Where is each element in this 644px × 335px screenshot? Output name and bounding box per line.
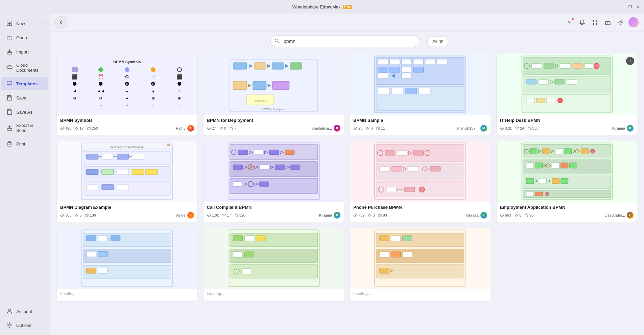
- card-author-employment: Lisa Ander... L: [604, 212, 634, 219]
- new-plus-icon: +: [41, 20, 44, 26]
- template-card-bpmn-deployment[interactable]: BPMN for Deployment Process notes BPMN f…: [203, 54, 344, 135]
- svg-rect-117: [132, 154, 144, 159]
- svg-rect-100: [523, 95, 611, 110]
- likes-stat: 6: [75, 213, 81, 217]
- settings-icon[interactable]: [616, 17, 626, 27]
- card-image-sample: [350, 54, 491, 115]
- restore-button[interactable]: ❐: [628, 4, 633, 9]
- copies-stat: 538: [528, 126, 539, 130]
- user-avatar[interactable]: [628, 17, 639, 27]
- svg-rect-195: [555, 149, 563, 154]
- template-card-employment[interactable]: Employment Application BPMN 663 3: [496, 141, 638, 222]
- card-image-it-help: [497, 54, 637, 115]
- titlebar: Wondershare EdrawMax Pro − ❐ ✕: [0, 0, 644, 14]
- svg-point-219: [545, 192, 549, 196]
- sidebar-label-cloud: Cloud Documents: [16, 63, 44, 73]
- svg-rect-103: [546, 98, 555, 103]
- svg-rect-199: [581, 149, 588, 154]
- svg-rect-102: [536, 98, 545, 103]
- template-card-call-complaint[interactable]: Call Complaint BPMN 1.9k 17: [203, 141, 344, 222]
- views-stat: 27: [207, 126, 216, 130]
- search-input[interactable]: [270, 36, 419, 47]
- sidebar-item-cloud[interactable]: Cloud Documents: [1, 59, 48, 76]
- card-image-diagram: Information BPMN Diagram: [57, 141, 197, 202]
- svg-rect-231: [83, 265, 171, 279]
- template-card-bpmn-diagram[interactable]: Information BPMN Diagram: [56, 141, 198, 222]
- gift-icon[interactable]: [603, 17, 613, 27]
- svg-rect-88: [544, 64, 554, 68]
- template-card-bpmn-sample[interactable]: BPMN Sample 25 0: [350, 54, 491, 135]
- sidebar-item-print[interactable]: Print: [1, 137, 48, 151]
- svg-rect-83: [376, 128, 379, 130]
- copies-stat: 98: [525, 213, 533, 217]
- likes-stat: 17: [222, 213, 231, 217]
- template-card-placeholder-3[interactable]: Loading...: [350, 228, 491, 302]
- svg-rect-106: [528, 128, 530, 130]
- views-stat: 739: [353, 213, 364, 217]
- templates-scroll: BPMN Symbols ⬛ ⏰ ⚙: [50, 50, 644, 335]
- sidebar-label-templates: Templates: [16, 81, 38, 86]
- svg-point-27: [275, 39, 278, 42]
- svg-rect-125: [146, 169, 158, 175]
- svg-rect-232: [87, 268, 96, 273]
- svg-rect-139: [254, 150, 263, 155]
- sidebar-item-save[interactable]: Save: [1, 91, 48, 105]
- notification-icon[interactable]: [577, 17, 587, 27]
- svg-rect-14: [8, 144, 11, 146]
- cloud-icon: [6, 64, 13, 71]
- template-card-placeholder-2[interactable]: Loading...: [203, 228, 344, 302]
- svg-rect-67: [378, 67, 388, 72]
- svg-rect-94: [523, 76, 611, 93]
- svg-rect-58: [402, 59, 412, 65]
- svg-rect-217: [526, 192, 533, 196]
- apps-icon[interactable]: [590, 17, 600, 27]
- svg-rect-208: [569, 163, 577, 168]
- sidebar-item-templates[interactable]: Templates: [1, 77, 48, 90]
- card-info-it-help: IT Help Desk BPMN 3.2k 24: [497, 115, 637, 135]
- card-meta-employment: 663 3 98 Lisa Ander...: [500, 212, 634, 219]
- sidebar-item-save-as[interactable]: Save As: [1, 105, 48, 119]
- back-button[interactable]: [55, 16, 67, 28]
- copies-stat: 250: [87, 126, 98, 130]
- svg-point-104: [557, 98, 562, 103]
- card-image-phone-purchase: [350, 141, 491, 202]
- likes-stat: 24: [515, 126, 524, 130]
- svg-rect-69: [402, 67, 412, 72]
- filter-button[interactable]: All: [427, 37, 448, 46]
- card-author-deployment: prashali.m... P: [312, 125, 340, 132]
- close-button[interactable]: ✕: [635, 4, 640, 9]
- svg-rect-193: [542, 149, 550, 154]
- print-icon: [6, 140, 13, 147]
- sidebar-item-options[interactable]: Options: [1, 318, 48, 332]
- card-title-placeholder-3: Loading...: [353, 292, 487, 296]
- card-info-placeholder-2: Loading...: [204, 289, 344, 301]
- sidebar-item-open[interactable]: Open: [1, 31, 48, 44]
- sidebar-item-import[interactable]: Import: [1, 45, 48, 59]
- template-card-it-help-desk[interactable]: IT Help Desk BPMN 3.2k 24: [496, 54, 638, 135]
- svg-rect-151: [259, 165, 269, 170]
- svg-rect-251: [380, 252, 389, 257]
- card-author-diagram: Vickie V: [175, 212, 194, 219]
- svg-rect-78: [419, 88, 430, 94]
- sidebar-item-export[interactable]: Export & Send: [1, 119, 48, 136]
- minimize-button[interactable]: −: [620, 4, 625, 9]
- sidebar-item-account[interactable]: Account: [1, 305, 48, 318]
- template-card-placeholder-1[interactable]: Loading...: [56, 228, 198, 302]
- author-avatar-manish: M: [480, 125, 487, 132]
- svg-rect-137: [238, 150, 247, 155]
- sidebar-label-import: Import: [16, 49, 29, 54]
- search-container: [270, 36, 419, 47]
- card-image-placeholder-3: [350, 228, 491, 289]
- help-icon[interactable]: ?: [564, 17, 574, 27]
- card-title-placeholder-1: Loading...: [60, 292, 194, 296]
- template-card-phone-purchase[interactable]: Phone Purchase BPMN 739 3: [350, 141, 491, 222]
- svg-rect-75: [378, 88, 390, 94]
- svg-rect-76: [391, 88, 403, 94]
- card-meta-diagram: 503 6 186 Vickie: [60, 212, 194, 219]
- sidebar-item-new[interactable]: New +: [1, 17, 48, 30]
- author-avatar-lisa: L: [627, 212, 634, 219]
- template-card-bpmn-symbols[interactable]: BPMN Symbols ⬛ ⏰ ⚙: [56, 54, 198, 135]
- svg-rect-144: [230, 161, 317, 177]
- card-author-phone-purchase: Kiraaaa K: [466, 212, 487, 219]
- card-author-sample: manish137... M: [457, 125, 487, 132]
